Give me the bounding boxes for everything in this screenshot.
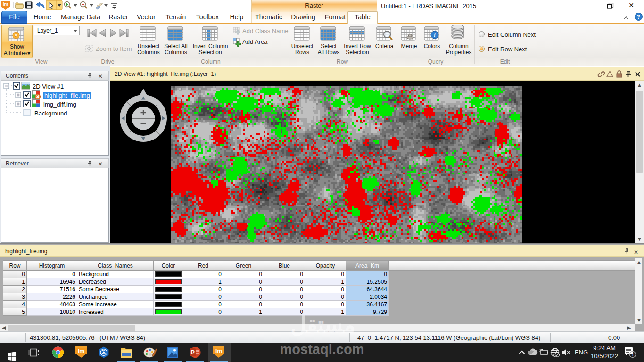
svg-text:?: ? [637,14,640,20]
svg-text:Im: Im [3,2,8,7]
svg-text:1: 1 [631,352,634,357]
